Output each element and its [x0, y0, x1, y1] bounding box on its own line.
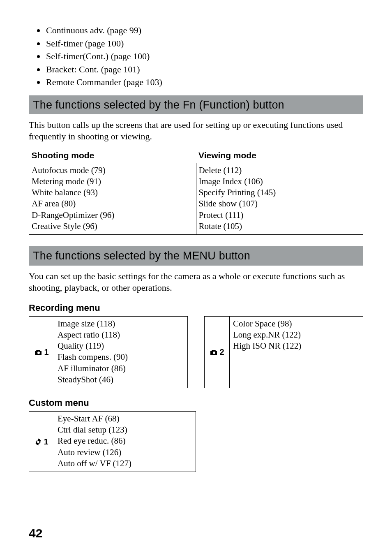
page-number: 42	[29, 525, 42, 541]
list-item: Quality (119)	[58, 340, 184, 352]
list-item: Remote Commander (page 103)	[45, 76, 363, 88]
list-item: Aspect ratio (118)	[58, 329, 184, 340]
recording-tab1-items: Image size (118) Aspect ratio (118) Qual…	[54, 317, 187, 388]
list-item: D-RangeOptimizer (96)	[32, 210, 194, 221]
list-item: Metering mode (91)	[32, 176, 194, 187]
list-item: Auto review (126)	[58, 447, 192, 458]
list-item: Flash compens. (90)	[58, 352, 184, 363]
list-item: Auto off w/ VF (127)	[58, 458, 192, 469]
list-item: Rotate (105)	[199, 221, 361, 232]
tab-number: 2	[219, 347, 224, 357]
viewing-mode-header: Viewing mode	[196, 148, 363, 163]
list-item: White balance (93)	[32, 187, 194, 198]
custom-menu-row: 1 Eye-Start AF (68) Ctrl dial setup (123…	[29, 411, 363, 472]
recording-menu-box-2: 2 Color Space (98) Long exp.NR (122) Hig…	[204, 316, 363, 389]
tab-number: 1	[44, 347, 48, 357]
svg-point-2	[37, 441, 40, 443]
list-item: Eye-Start AF (68)	[58, 413, 192, 424]
list-item: Ctrl dial setup (123)	[58, 424, 192, 435]
list-item: Specify Printing (145)	[199, 187, 361, 198]
list-item: Color Space (98)	[233, 318, 360, 329]
custom-tab1-items: Eye-Start AF (68) Ctrl dial setup (123) …	[54, 412, 196, 472]
custom-menu-heading: Custom menu	[29, 397, 363, 409]
tab-number: 1	[44, 437, 48, 447]
list-item: Red eye reduc. (86)	[58, 435, 192, 447]
list-item: AF illuminator (86)	[58, 363, 184, 374]
list-item: Autofocus mode (79)	[32, 165, 194, 176]
list-item: Delete (112)	[199, 165, 361, 176]
menu-section-title: The functions selected by the MENU butto…	[29, 246, 363, 266]
recording-menu-heading: Recording menu	[29, 302, 363, 314]
list-item: Image Index (106)	[199, 176, 361, 187]
recording-tab-2: 2	[205, 317, 230, 388]
recording-menu-box-1: 1 Image size (118) Aspect ratio (118) Qu…	[29, 316, 188, 389]
svg-point-0	[37, 352, 40, 354]
list-item: Protect (111)	[199, 210, 361, 221]
list-item: Slide show (107)	[199, 198, 361, 209]
list-item: SteadyShot (46)	[58, 374, 184, 385]
recording-menu-row: 1 Image size (118) Aspect ratio (118) Qu…	[29, 316, 363, 389]
list-item: Creative Style (96)	[32, 221, 194, 232]
custom-menu-box-1: 1 Eye-Start AF (68) Ctrl dial setup (123…	[29, 411, 196, 472]
list-item: Continuous adv. (page 99)	[45, 25, 363, 36]
camera-icon	[34, 347, 42, 357]
list-item: AF area (80)	[32, 198, 194, 209]
shooting-mode-header: Shooting mode	[29, 148, 196, 163]
list-item: Bracket: Cont. (page 101)	[45, 64, 363, 75]
manual-page: Continuous adv. (page 99) Self-timer (pa…	[0, 0, 392, 553]
svg-point-1	[213, 352, 215, 354]
drive-mode-bullet-list: Continuous adv. (page 99) Self-timer (pa…	[29, 25, 363, 88]
fn-section-intro: This button calls up the screens that ar…	[29, 119, 363, 142]
list-item: Self-timer(Cont.) (page 100)	[45, 51, 363, 62]
shooting-mode-cell: Autofocus mode (79) Metering mode (91) W…	[29, 163, 196, 235]
list-item: Self-timer (page 100)	[45, 38, 363, 49]
fn-modes-table: Shooting mode Viewing mode Autofocus mod…	[29, 148, 363, 235]
menu-section-intro: You can set up the basic settings for th…	[29, 271, 363, 293]
fn-section-title: The functions selected by the Fn (Functi…	[29, 95, 363, 115]
list-item: High ISO NR (122)	[233, 340, 360, 352]
recording-tab2-items: Color Space (98) Long exp.NR (122) High …	[230, 317, 363, 388]
gear-icon	[35, 437, 42, 447]
camera-icon	[210, 347, 218, 357]
viewing-mode-cell: Delete (112) Image Index (106) Specify P…	[196, 163, 363, 235]
custom-tab-1: 1	[29, 412, 54, 472]
recording-tab-1: 1	[29, 317, 54, 388]
list-item: Image size (118)	[58, 318, 184, 329]
list-item: Long exp.NR (122)	[233, 329, 360, 340]
